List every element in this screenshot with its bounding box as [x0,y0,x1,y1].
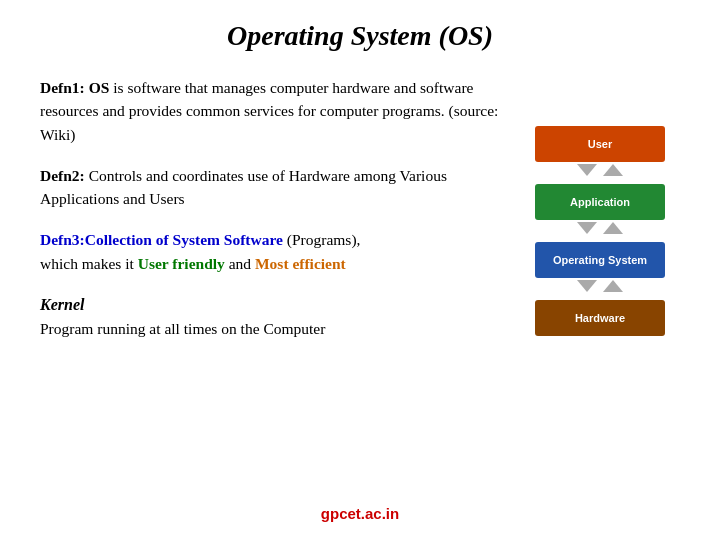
defn2-text: Controls and coordinates use of Hardware… [40,167,447,207]
os-diagram: User Application [535,126,665,336]
arrow-down-3 [577,280,597,292]
defn3-label: Defn3: [40,231,85,248]
arrow-up-1 [603,164,623,176]
diagram-box-user: User [535,126,665,162]
title-text: Operating System (OS) [227,20,493,51]
content-area: Defn1: OS is software that manages compu… [40,76,680,358]
page-title: Operating System (OS) [40,20,680,52]
diagram-box-application: Application [535,184,665,220]
footer-link: gpcet.ac.in [321,505,399,522]
kernel-block: Kernel Program running at all times on t… [40,293,510,340]
defn3-text3: and [225,255,255,272]
diagram-box-os: Operating System [535,242,665,278]
diagram-column: User Application [520,76,680,358]
arrow-up-2 [603,222,623,234]
arrows-3 [577,278,623,300]
arrows-1 [577,162,623,184]
page: Operating System (OS) Defn1: OS is softw… [0,0,720,540]
defn1-os: OS [89,79,110,96]
defn1-label: Defn1: [40,79,85,96]
kernel-text: Program running at all times on the Comp… [40,320,325,337]
defn1-text: is software that manages computer hardwa… [40,79,498,143]
arrow-up-3 [603,280,623,292]
defn3-collection: Collection of System Software [85,231,283,248]
defn3-text1: (Programs), [283,231,361,248]
kernel-label: Kernel [40,293,510,317]
arrow-down-2 [577,222,597,234]
arrow-down-1 [577,164,597,176]
defn3-block: Defn3:Collection of System Software (Pro… [40,228,510,275]
arrows-2 [577,220,623,242]
defn3-text2: which makes it [40,255,138,272]
defn3-user-friendly: User friendly [138,255,225,272]
defn1-block: Defn1: OS is software that manages compu… [40,76,510,146]
defn2-block: Defn2: Controls and coordinates use of H… [40,164,510,211]
defn2-label: Defn2: [40,167,85,184]
diagram-box-hardware: Hardware [535,300,665,336]
text-column: Defn1: OS is software that manages compu… [40,76,510,358]
defn3-most-efficient: Most efficient [255,255,346,272]
